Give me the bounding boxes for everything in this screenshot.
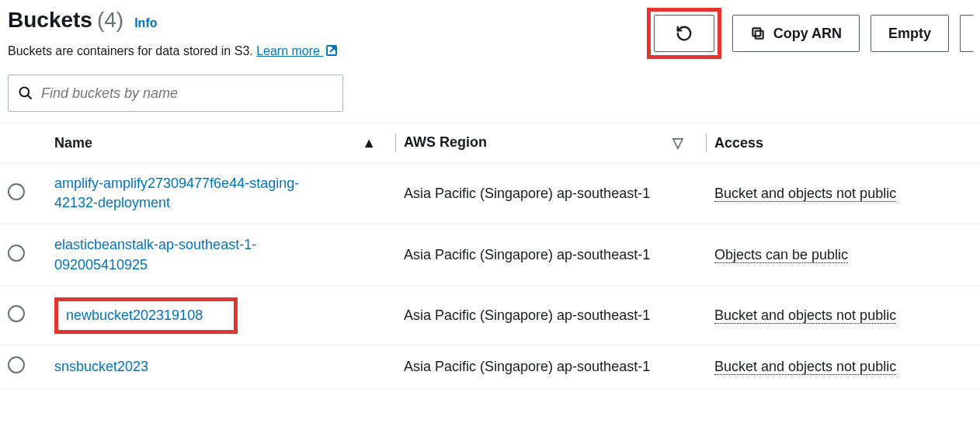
column-region[interactable]: AWS Region ▽: [396, 123, 707, 163]
copy-icon: [750, 26, 766, 41]
table-row: newbucket202319108 Asia Pacific (Singapo…: [0, 286, 980, 345]
description-text: Buckets are containers for data stored i…: [8, 44, 256, 57]
column-name[interactable]: Name ▲: [47, 123, 396, 163]
bucket-link[interactable]: amplify-amplify27309477f6e44-staging-421…: [54, 174, 334, 213]
search-input[interactable]: [41, 85, 333, 102]
info-link[interactable]: Info: [134, 16, 157, 30]
svg-rect-1: [755, 31, 763, 39]
access-text[interactable]: Bucket and objects not public: [714, 186, 896, 202]
bucket-link[interactable]: snsbucket2023: [54, 357, 148, 377]
learn-more-link[interactable]: Learn more: [256, 44, 339, 57]
access-text[interactable]: Bucket and objects not public: [714, 307, 896, 324]
region-cell: Asia Pacific (Singapore) ap-southeast-1: [396, 163, 707, 224]
row-radio[interactable]: [8, 356, 25, 373]
more-button[interactable]: [960, 15, 974, 52]
buckets-table: Name ▲ AWS Region ▽ Access amplify-ampli…: [0, 123, 980, 389]
row-radio[interactable]: [8, 305, 25, 322]
region-cell: Asia Pacific (Singapore) ap-southeast-1: [396, 224, 707, 286]
refresh-button[interactable]: [654, 15, 714, 52]
row-radio[interactable]: [8, 245, 25, 262]
filter-icon: ▽: [672, 134, 683, 151]
region-cell: Asia Pacific (Singapore) ap-southeast-1: [396, 345, 707, 388]
svg-line-4: [28, 96, 32, 99]
bucket-link[interactable]: elasticbeanstalk-ap-southeast-1-09200541…: [54, 235, 334, 274]
external-link-icon: [325, 43, 339, 61]
refresh-icon: [676, 25, 693, 42]
search-box[interactable]: [8, 75, 343, 112]
svg-point-3: [20, 88, 30, 97]
column-access[interactable]: Access: [707, 123, 980, 163]
title-count: (4): [97, 8, 123, 33]
search-icon: [18, 85, 33, 101]
empty-button[interactable]: Empty: [871, 15, 949, 52]
title-text: Buckets: [8, 8, 92, 33]
action-buttons: Copy ARN Empty: [647, 8, 974, 59]
sort-asc-icon: ▲: [362, 135, 376, 151]
access-text[interactable]: Bucket and objects not public: [714, 359, 896, 375]
bucket-link[interactable]: newbucket202319108: [54, 297, 238, 334]
page-title: Buckets (4) Info: [8, 8, 158, 33]
access-text[interactable]: Objects can be public: [714, 247, 848, 263]
refresh-highlight: [647, 8, 721, 59]
copy-arn-button[interactable]: Copy ARN: [732, 15, 860, 52]
table-row: elasticbeanstalk-ap-southeast-1-09200541…: [0, 224, 980, 286]
region-cell: Asia Pacific (Singapore) ap-southeast-1: [396, 286, 707, 345]
table-row: snsbucket2023 Asia Pacific (Singapore) a…: [0, 345, 980, 388]
table-row: amplify-amplify27309477f6e44-staging-421…: [0, 163, 980, 224]
description: Buckets are containers for data stored i…: [8, 43, 339, 61]
row-radio[interactable]: [8, 183, 25, 200]
svg-rect-2: [752, 28, 760, 36]
